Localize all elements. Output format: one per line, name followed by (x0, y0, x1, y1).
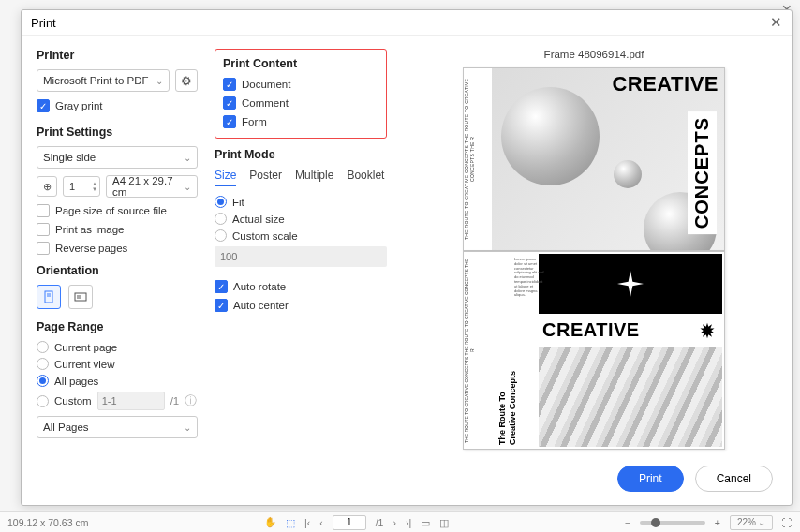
spinner-arrows: ▲▼ (92, 181, 97, 192)
content-form-checkbox[interactable]: ✓ Form (223, 115, 378, 128)
range-total: /1 (170, 395, 180, 406)
zoom-value: 22% (737, 517, 756, 527)
fullscreen-icon[interactable]: ⛶ (782, 517, 793, 528)
landscape-icon (74, 290, 87, 303)
sides-select[interactable]: Single side ⌄ (37, 146, 198, 169)
portrait-icon (42, 290, 55, 303)
papersize-value: A4 21 x 29.7 cm (112, 175, 184, 198)
zoom-out-icon[interactable]: − (625, 517, 630, 528)
middle-pane: Print Content ✓ Document ✓ Comment ✓ For… (209, 36, 396, 458)
checkbox-off-icon (37, 242, 50, 255)
checkbox-off-icon (37, 204, 50, 217)
mode-actual-label: Actual size (232, 214, 285, 225)
printer-heading: Printer (37, 49, 198, 62)
close-icon[interactable]: ✕ (770, 14, 782, 31)
sphere-graphic (614, 160, 642, 188)
checkbox-off-icon (37, 223, 50, 236)
print-button[interactable]: Print (617, 466, 684, 492)
source-size-checkbox[interactable]: Page size of source file (37, 204, 198, 217)
mode-custom-scale[interactable]: Custom scale (215, 229, 387, 242)
print-image-checkbox[interactable]: Print as image (37, 223, 198, 236)
select-tool-icon[interactable]: ⬚ (286, 517, 295, 528)
radio-on-icon (37, 375, 49, 387)
printer-settings-button[interactable]: ⚙ (175, 69, 198, 92)
preview-pane: Frame 48096914.pdf THE ROUTE TO CREATIVE… (396, 36, 792, 458)
range-subset-select[interactable]: All Pages ⌄ (37, 416, 198, 438)
radio-off-icon (37, 395, 49, 407)
dialog-titlebar: Print ✕ (22, 10, 792, 36)
range-all-pages[interactable]: All pages (37, 375, 198, 387)
checkbox-on-icon: ✓ (215, 280, 228, 293)
auto-rotate-checkbox[interactable]: ✓ Auto rotate (215, 280, 387, 293)
radio-off-icon (215, 213, 227, 225)
preview-concepts: CONCEPTS (688, 111, 717, 234)
range-heading: Page Range (37, 320, 198, 333)
mode-fit[interactable]: Fit (215, 196, 387, 208)
status-right: − + 22% ⌄ ⛶ (625, 515, 793, 530)
status-bar: 109.12 x 70.63 cm ✋ ⬚ |‹ ‹ /1 › ›| ▭ ◫ −… (0, 511, 800, 532)
content-document-checkbox[interactable]: ✓ Document (223, 78, 378, 91)
zoom-select[interactable]: 22% ⌄ (730, 515, 773, 530)
radio-on-icon (215, 196, 227, 208)
starburst-icon (698, 321, 717, 340)
gray-print-label: Gray print (55, 100, 103, 111)
nav-first-icon[interactable]: |‹ (304, 517, 310, 528)
range-custom-input[interactable] (97, 392, 165, 410)
papersize-select[interactable]: A4 21 x 29.7 cm ⌄ (106, 175, 198, 198)
printer-select[interactable]: Microsoft Print to PDF ⌄ (37, 69, 170, 92)
range-current-page[interactable]: Current page (37, 341, 198, 353)
mode-actual[interactable]: Actual size (215, 213, 387, 225)
cancel-button[interactable]: Cancel (695, 466, 773, 492)
tab-multiple[interactable]: Multiple (295, 169, 333, 186)
orientation-portrait-button[interactable] (37, 285, 61, 309)
fit-page-icon[interactable]: ◫ (439, 517, 449, 528)
range-custom-label: Custom (54, 395, 92, 406)
mode-tabs: Size Poster Multiple Booklet (215, 169, 387, 186)
auto-rotate-label: Auto rotate (233, 281, 286, 292)
preview-creative: CREATIVE (612, 72, 719, 96)
status-middle: ✋ ⬚ |‹ ‹ /1 › ›| ▭ ◫ (264, 515, 449, 530)
zoom-slider[interactable] (640, 521, 705, 525)
range-custom[interactable]: Custom /1 ⓘ (37, 392, 198, 410)
chevron-down-icon: ⌄ (758, 517, 765, 527)
collate-icon[interactable]: ⊕ (37, 176, 57, 197)
chevron-down-icon: ⌄ (184, 422, 191, 433)
copies-spinner[interactable]: 1 ▲▼ (63, 176, 100, 197)
status-dimensions: 109.12 x 70.63 cm (7, 517, 88, 528)
sphere-graphic (501, 87, 600, 185)
print-content-group: Print Content ✓ Document ✓ Comment ✓ For… (215, 49, 387, 139)
tab-size[interactable]: Size (215, 169, 236, 186)
copies-value: 1 (69, 181, 75, 192)
content-comment-label: Comment (242, 97, 289, 109)
gear-icon: ⚙ (181, 74, 192, 88)
print-image-label: Print as image (55, 224, 125, 235)
tab-booklet[interactable]: Booklet (347, 169, 384, 186)
radio-off-icon (37, 341, 49, 353)
nav-prev-icon[interactable]: ‹ (319, 517, 323, 528)
range-current-view-label: Current view (54, 359, 115, 370)
print-dialog: Print ✕ Printer Microsoft Print to PDF ⌄… (21, 9, 793, 506)
auto-center-checkbox[interactable]: ✓ Auto center (215, 299, 387, 312)
content-heading: Print Content (223, 57, 378, 70)
orientation-landscape-button[interactable] (68, 285, 93, 309)
tab-poster[interactable]: Poster (249, 169, 282, 186)
preview-page-bottom: THE ROUTE TO CREATIVE CONCEPTS THE ROUTE… (463, 251, 725, 450)
gray-print-checkbox[interactable]: ✓ Gray print (37, 99, 198, 112)
fit-width-icon[interactable]: ▭ (421, 517, 430, 528)
preview-wrap: THE ROUTE TO CREATIVE CONCEPTS THE ROUTE… (415, 67, 773, 458)
reverse-pages-checkbox[interactable]: Reverse pages (37, 242, 198, 255)
nav-last-icon[interactable]: ›| (406, 517, 411, 528)
mode-fit-label: Fit (232, 197, 244, 208)
range-current-view[interactable]: Current view (37, 358, 198, 370)
zoom-in-icon[interactable]: + (715, 517, 720, 528)
scale-input[interactable] (215, 246, 387, 267)
hand-tool-icon[interactable]: ✋ (264, 516, 276, 528)
range-current-page-label: Current page (54, 342, 117, 353)
checkbox-on-icon: ✓ (37, 99, 50, 112)
preview-side-text: THE ROUTE TO CREATIVE CONCEPTS THE ROUTE… (464, 68, 492, 250)
nav-next-icon[interactable]: › (393, 517, 396, 528)
status-page-input[interactable] (333, 515, 366, 530)
zoom-thumb[interactable] (651, 518, 660, 527)
content-comment-checkbox[interactable]: ✓ Comment (223, 96, 378, 110)
sparkle-icon (617, 271, 644, 297)
